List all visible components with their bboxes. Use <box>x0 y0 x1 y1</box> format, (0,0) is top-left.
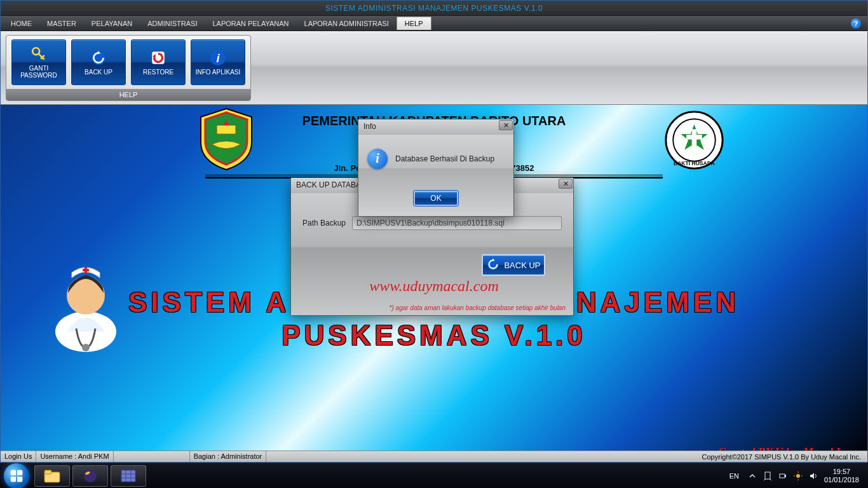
ribbon-btn-label: INFO APLIKASI <box>196 69 241 76</box>
menu-help[interactable]: HELP <box>397 17 431 30</box>
tray-date: 01/01/2018 <box>824 476 859 484</box>
svg-point-19 <box>84 470 97 482</box>
svg-rect-18 <box>44 470 51 474</box>
taskbar-firefox-button[interactable] <box>72 465 108 487</box>
status-spacer <box>114 451 190 462</box>
backup-button[interactable]: BACK UP <box>482 254 545 276</box>
tray-clock[interactable]: 19:57 01/01/2018 <box>824 468 859 484</box>
svg-rect-9 <box>686 135 702 140</box>
svg-text:i: i <box>216 51 220 64</box>
regency-emblem-icon <box>198 107 255 171</box>
power-icon[interactable] <box>778 471 787 480</box>
backup-dialog-close-button[interactable]: ✕ <box>559 179 573 189</box>
backup-footnote: *) agar data aman lakukan backup databas… <box>390 304 566 311</box>
app-window: SISTEM ADMINISTRASI MANAJEMEN PUSKESMAS … <box>0 0 868 463</box>
ribbon-restore-button[interactable]: RESTORE <box>131 39 186 85</box>
help-icon[interactable]: ? <box>851 18 861 29</box>
bakti-husada-emblem-icon: BAKTI HUSADA <box>664 110 724 170</box>
svg-rect-25 <box>765 472 770 479</box>
svg-rect-27 <box>785 475 786 477</box>
path-backup-label: Path Backup <box>302 219 346 227</box>
taskbar: EN 19:57 01/01/2018 <box>0 463 868 488</box>
window-title: SISTEM ADMINISTRASI MANAJEMEN PUSKESMAS … <box>325 4 543 13</box>
info-dialog-close-button[interactable]: ✕ <box>499 120 513 130</box>
menu-administrasi[interactable]: ADMINISTRASI <box>140 17 205 30</box>
backup-icon <box>90 50 107 66</box>
brightness-icon[interactable] <box>794 471 803 480</box>
tray-language[interactable]: EN <box>727 471 742 481</box>
ribbon-backup-button[interactable]: BACK UP <box>71 39 126 85</box>
status-username: Username : Andi PKM <box>36 451 113 462</box>
info-dialog: Info ✕ Database Berhasil Di Backup OK <box>358 119 514 217</box>
menu-home[interactable]: HOME <box>3 17 39 30</box>
tray-time: 19:57 <box>824 468 859 476</box>
ok-button[interactable]: OK <box>414 191 458 206</box>
app-statusbar: Login Us Username : Andi PKM Bagian : Ad… <box>1 451 867 462</box>
ribbon-ganti-password-button[interactable]: GANTI PASSWORD <box>11 39 66 85</box>
status-login: Login Us <box>1 451 36 462</box>
ribbon-btn-label: BACK UP <box>85 69 112 76</box>
svg-rect-14 <box>85 267 87 273</box>
restore-icon <box>150 50 166 66</box>
info-dialog-title: Info <box>358 119 513 135</box>
ribbon-btn-label: GANTI PASSWORD <box>12 65 65 79</box>
tray-up-icon[interactable] <box>748 471 757 480</box>
window-titlebar: SISTEM ADMINISTRASI MANAJEMEN PUSKESMAS … <box>1 1 867 16</box>
ribbon-group-help: GANTI PASSWORD BACK UP RESTORE i <box>6 35 251 101</box>
ribbon-info-aplikasi-button[interactable]: i INFO APLIKASI <box>191 39 245 85</box>
svg-rect-26 <box>780 474 785 478</box>
volume-icon[interactable] <box>809 471 818 480</box>
menu-laporan-pelayanan[interactable]: LAPORAN PELAYANAN <box>205 17 296 30</box>
start-button[interactable] <box>4 463 29 489</box>
splash-title-line2: PUSKESMAS V.1.0 <box>1 320 867 351</box>
backup-button-label: BACK UP <box>504 261 540 270</box>
ribbon-group-label: HELP <box>6 89 250 100</box>
watermark-url: www.uduymacal.com <box>1 278 867 295</box>
key-icon <box>31 46 47 62</box>
menu-master[interactable]: MASTER <box>39 17 84 30</box>
taskbar-app-button[interactable] <box>111 465 146 487</box>
ribbon-btn-label: RESTORE <box>143 69 173 76</box>
info-icon: i <box>210 50 226 66</box>
system-tray: EN 19:57 01/01/2018 <box>727 468 864 484</box>
svg-text:BAKTI HUSADA: BAKTI HUSADA <box>674 160 715 166</box>
info-message: Database Berhasil Di Backup <box>395 154 494 163</box>
info-icon <box>367 149 388 169</box>
menu-laporan-administrasi[interactable]: LAPORAN ADMINISTRASI <box>297 17 397 30</box>
backup-icon <box>486 257 500 273</box>
status-bagian: Bagian : Administrator <box>190 451 267 462</box>
action-center-icon[interactable] <box>763 471 772 480</box>
menu-pelayanan[interactable]: PELAYANAN <box>84 17 140 30</box>
path-backup-input[interactable] <box>352 216 562 230</box>
svg-rect-5 <box>217 125 236 134</box>
menubar: HOME MASTER PELAYANAN ADMINISTRASI LAPOR… <box>1 16 867 31</box>
taskbar-explorer-button[interactable] <box>34 465 70 487</box>
svg-point-28 <box>796 474 800 478</box>
status-copyright: Copyright©2017 SIMPUS V.1.0 By Uduy Maca… <box>696 453 867 461</box>
svg-rect-20 <box>121 470 135 482</box>
ribbon: GANTI PASSWORD BACK UP RESTORE i <box>1 31 867 105</box>
